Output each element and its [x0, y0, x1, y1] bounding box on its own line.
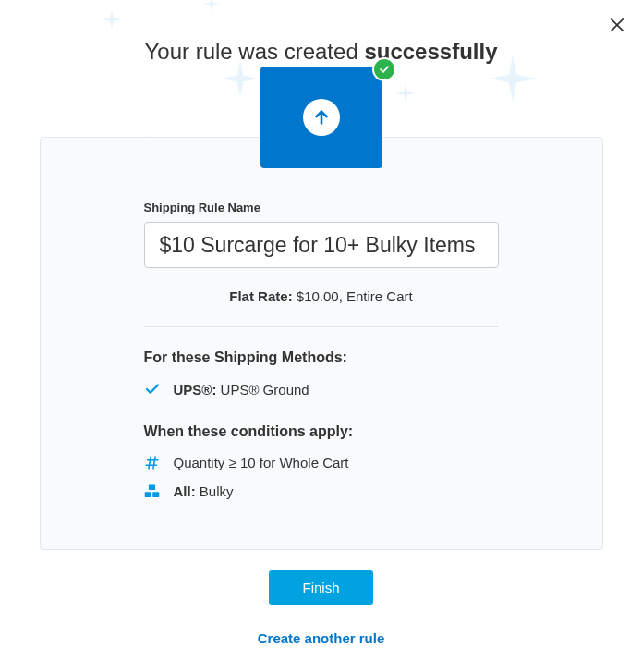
condition-row: Quantity ≥ 10 for Whole Cart — [144, 455, 499, 470]
condition-text: Quantity ≥ 10 for Whole Cart — [174, 455, 349, 470]
sparkle-icon — [395, 83, 416, 104]
rate-label: Flat Rate: — [229, 288, 292, 304]
svg-rect-1 — [145, 492, 151, 497]
shipping-method-row: UPS®: UPS® Ground — [144, 381, 499, 397]
hash-icon — [144, 455, 161, 470]
success-badge-icon — [372, 57, 396, 81]
close-icon[interactable] — [608, 16, 626, 34]
rule-name-input[interactable] — [144, 222, 499, 268]
rate-summary: Flat Rate: $10.00, Entire Cart — [144, 288, 499, 304]
rate-value: $10.00, Entire Cart — [293, 288, 413, 304]
finish-button[interactable]: Finish — [269, 570, 372, 605]
shipping-card-icon — [260, 67, 382, 168]
condition-row: All: Bulky — [144, 483, 499, 499]
divider — [144, 326, 499, 327]
conditions-heading: When these conditions apply: — [144, 423, 499, 440]
svg-rect-2 — [152, 492, 159, 497]
method-text: UPS®: UPS® Ground — [174, 382, 309, 397]
boxes-icon — [144, 483, 161, 499]
check-icon — [144, 381, 161, 397]
shipping-methods-heading: For these Shipping Methods: — [144, 349, 499, 366]
condition-text: All: Bulky — [174, 483, 234, 499]
rule-name-label: Shipping Rule Name — [144, 201, 499, 214]
svg-rect-0 — [149, 484, 155, 490]
create-another-link[interactable]: Create another rule — [40, 630, 603, 646]
rule-summary-card: Shipping Rule Name Flat Rate: $10.00, En… — [40, 137, 603, 550]
sparkle-icon — [222, 60, 259, 97]
title-prefix: Your rule was created — [144, 39, 364, 64]
page-title: Your rule was created successfully — [0, 0, 642, 65]
